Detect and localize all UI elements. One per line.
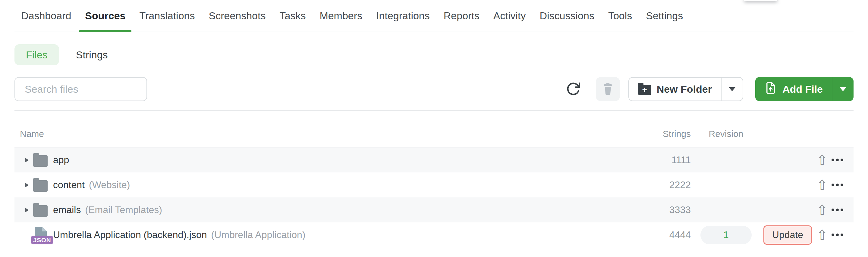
file-name[interactable]: Umbrella Application (backend).json xyxy=(53,229,207,241)
ellipsis-icon xyxy=(832,158,834,161)
row-actions: ⇧ xyxy=(761,176,854,194)
upload-arrow-icon: ⇧ xyxy=(816,203,828,217)
nav-item-tasks[interactable]: Tasks xyxy=(273,0,313,32)
more-options-button[interactable] xyxy=(831,151,843,170)
column-header-strings: Strings xyxy=(646,129,691,139)
search-input[interactable] xyxy=(14,77,147,101)
nav-item-screenshots[interactable]: Screenshots xyxy=(202,0,273,32)
files-table: Name Strings Revision app 1111 ⇧ xyxy=(14,111,854,247)
chevron-down-icon xyxy=(840,87,846,91)
update-button[interactable]: Update xyxy=(764,225,812,245)
add-file-label: Add File xyxy=(782,83,823,95)
trash-icon xyxy=(602,82,613,96)
refresh-button[interactable] xyxy=(564,78,583,100)
strings-count: 2222 xyxy=(670,179,691,190)
more-options-button[interactable] xyxy=(831,226,843,244)
nav-item-members[interactable]: Members xyxy=(313,0,369,32)
new-folder-split-button: + New Folder xyxy=(628,77,743,101)
strings-count: 3333 xyxy=(670,204,691,216)
top-edge-shadow-artifact xyxy=(744,0,778,1)
tab-files[interactable]: Files xyxy=(14,44,59,65)
name-cell: JSON Umbrella Application (backend).json… xyxy=(14,227,646,243)
upload-button[interactable]: ⇧ xyxy=(816,201,828,219)
upload-button[interactable]: ⇧ xyxy=(816,151,828,170)
folder-plus-icon: + xyxy=(638,85,651,95)
ellipsis-icon xyxy=(832,184,834,186)
folder-name[interactable]: content xyxy=(53,179,85,190)
strings-count: 1111 xyxy=(672,154,691,166)
nav-item-activity[interactable]: Activity xyxy=(487,0,533,32)
toolbar-actions: + New Folder xyxy=(564,77,854,101)
strings-count: 4444 xyxy=(670,229,691,241)
upload-arrow-icon: ⇧ xyxy=(816,178,828,192)
nav-item-sources[interactable]: Sources xyxy=(78,0,132,32)
refresh-icon xyxy=(565,81,581,98)
file-note: (Umbrella Application) xyxy=(211,229,305,241)
new-folder-button[interactable]: + New Folder xyxy=(629,78,721,101)
sources-tabs: Files Strings xyxy=(14,44,854,65)
file-upload-icon xyxy=(764,81,777,97)
nav-item-reports[interactable]: Reports xyxy=(437,0,487,32)
files-toolbar: + New Folder xyxy=(14,77,854,101)
json-file-icon: JSON xyxy=(33,227,48,243)
name-cell: content (Website) xyxy=(14,179,646,192)
sources-page: Dashboard Sources Translations Screensho… xyxy=(0,0,868,257)
revision-badge: 1 xyxy=(701,226,752,244)
table-row-file-umbrella-json[interactable]: JSON Umbrella Application (backend).json… xyxy=(14,222,854,247)
tab-strings[interactable]: Strings xyxy=(76,49,108,61)
folder-icon xyxy=(33,205,48,217)
table-row-folder-emails[interactable]: emails (Email Templates) 3333 ⇧ xyxy=(14,197,854,222)
folder-note: (Website) xyxy=(89,179,130,190)
nav-item-integrations[interactable]: Integrations xyxy=(369,0,437,32)
row-actions: ⇧ xyxy=(761,201,854,219)
table-row-folder-app[interactable]: app 1111 ⇧ xyxy=(14,147,854,173)
add-file-button[interactable]: Add File xyxy=(755,77,832,101)
folder-name[interactable]: emails xyxy=(53,204,81,216)
primary-nav: Dashboard Sources Translations Screensho… xyxy=(14,0,854,32)
folder-icon xyxy=(33,180,48,192)
nav-item-settings[interactable]: Settings xyxy=(639,0,690,32)
revision-cell: 1 xyxy=(691,226,761,244)
column-header-revision: Revision xyxy=(691,129,761,139)
nav-item-tools[interactable]: Tools xyxy=(601,0,639,32)
folder-name[interactable]: app xyxy=(53,154,69,166)
add-file-dropdown-button[interactable] xyxy=(832,77,854,101)
column-header-name: Name xyxy=(14,129,646,139)
upload-arrow-icon: ⇧ xyxy=(816,228,828,242)
upload-button[interactable]: ⇧ xyxy=(816,176,828,194)
table-header: Name Strings Revision xyxy=(14,111,854,147)
json-badge: JSON xyxy=(31,235,53,244)
more-options-button[interactable] xyxy=(831,176,843,194)
nav-item-dashboard[interactable]: Dashboard xyxy=(14,0,78,32)
add-file-split-button: Add File xyxy=(755,77,854,101)
nav-item-translations[interactable]: Translations xyxy=(133,0,202,32)
nav-item-discussions[interactable]: Discussions xyxy=(533,0,601,32)
upload-arrow-icon: ⇧ xyxy=(816,153,828,167)
name-cell: app xyxy=(14,153,646,167)
table-row-folder-content[interactable]: content (Website) 2222 ⇧ xyxy=(14,173,854,197)
ellipsis-icon xyxy=(832,233,834,236)
more-options-button[interactable] xyxy=(831,201,843,219)
row-actions: Update ⇧ xyxy=(761,225,854,245)
new-folder-dropdown-button[interactable] xyxy=(721,78,743,101)
delete-button[interactable] xyxy=(596,77,620,101)
chevron-down-icon xyxy=(729,87,735,91)
new-folder-label: New Folder xyxy=(657,83,712,95)
folder-note: (Email Templates) xyxy=(85,204,162,216)
upload-button[interactable]: ⇧ xyxy=(816,226,828,244)
folder-icon xyxy=(33,155,48,167)
row-actions: ⇧ xyxy=(761,151,854,170)
expand-caret-icon[interactable] xyxy=(22,208,32,213)
expand-caret-icon[interactable] xyxy=(22,158,32,162)
ellipsis-icon xyxy=(832,209,834,211)
expand-caret-icon[interactable] xyxy=(22,183,32,187)
name-cell: emails (Email Templates) xyxy=(14,204,646,217)
